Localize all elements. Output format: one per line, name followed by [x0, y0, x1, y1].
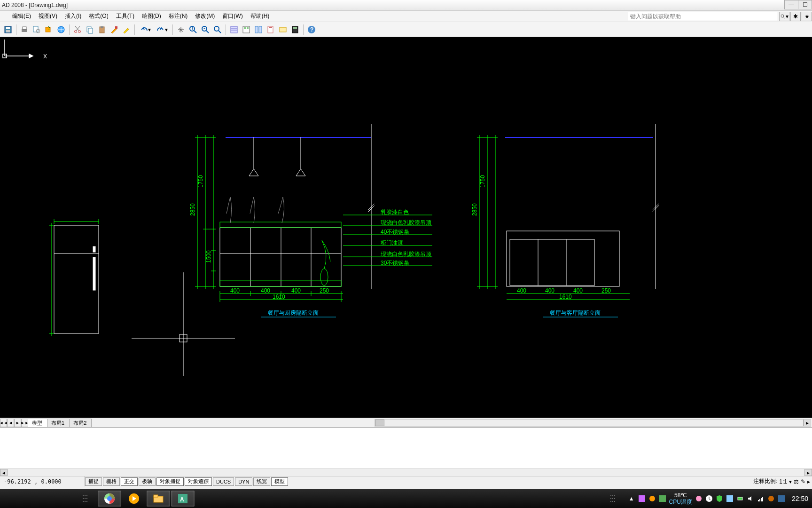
pan-icon[interactable] — [175, 24, 187, 36]
toggle-model[interactable]: 模型 — [271, 477, 288, 486]
tray-notification-icon[interactable] — [705, 495, 713, 502]
svg-rect-145 — [639, 495, 645, 502]
print-preview-icon[interactable] — [31, 24, 43, 36]
taskbar-autocad-icon[interactable]: A — [171, 491, 195, 507]
help-search-input[interactable] — [628, 12, 778, 21]
menu-file[interactable] — [1, 15, 8, 18]
svg-rect-30 — [244, 27, 246, 29]
menu-draw[interactable]: 绘图(D) — [138, 11, 165, 22]
menu-dimension[interactable]: 标注(N) — [165, 11, 192, 22]
command-line-area[interactable] — [0, 427, 812, 468]
toggle-osnap[interactable]: 对象捕捉 — [156, 477, 184, 486]
menu-modify[interactable]: 修改(M) — [191, 11, 219, 22]
search-dropdown-button[interactable]: ▾ — [779, 12, 789, 21]
design-center-icon[interactable] — [240, 24, 252, 36]
copy-icon[interactable] — [84, 24, 96, 36]
tab-nav-first[interactable]: ◄◄ — [0, 419, 7, 427]
annotation-autoscale-icon[interactable]: ✎ — [801, 478, 805, 485]
tab-layout2[interactable]: 布局2 — [69, 419, 92, 427]
tool-palettes-icon[interactable] — [252, 24, 265, 36]
menu-format[interactable]: 格式(O) — [85, 11, 112, 22]
zoom-window-icon[interactable]: - — [199, 24, 211, 36]
zoom-realtime-icon[interactable]: + — [187, 24, 199, 36]
tray-up-icon[interactable]: ▲ — [628, 495, 635, 502]
redo-icon[interactable]: ▾ — [154, 24, 171, 36]
taskbar-explorer-icon[interactable] — [147, 491, 170, 507]
menu-window[interactable]: 窗口(W) — [219, 11, 246, 22]
minimize-button[interactable]: — — [784, 0, 798, 9]
standard-toolbar: ▾ ▾ + - ? — [0, 22, 812, 37]
tray-app2-icon[interactable] — [648, 495, 656, 502]
annotation-visibility-icon[interactable]: ⚖ — [794, 478, 799, 485]
toggle-ducs[interactable]: DUCS — [213, 477, 234, 486]
paste-icon[interactable] — [96, 24, 108, 36]
zoom-previous-icon[interactable] — [211, 24, 224, 36]
calculator-icon[interactable] — [289, 24, 301, 36]
toggle-polar[interactable]: 极轴 — [139, 477, 156, 486]
tab-nav-prev[interactable]: ◄ — [7, 419, 14, 427]
toggle-otrack[interactable]: 对象追踪 — [185, 477, 212, 486]
undo-icon[interactable]: ▾ — [137, 24, 154, 36]
tray-network-icon[interactable] — [757, 495, 765, 502]
cpu-temp-value: 58℃ — [669, 492, 692, 499]
tray-app1-icon[interactable] — [638, 495, 646, 502]
format-painter-icon[interactable] — [120, 24, 133, 36]
svg-point-129 — [107, 496, 112, 501]
taskbar-browser-icon[interactable] — [98, 491, 121, 507]
status-tray-icon[interactable]: ▸ — [807, 478, 810, 485]
svg-line-25 — [219, 31, 221, 33]
tray-flower-icon[interactable] — [695, 495, 703, 502]
annotation-scale-dropdown-icon[interactable]: ▾ — [789, 478, 792, 485]
drawing-title-1: 餐厅与厨房隔断立面 — [268, 310, 319, 316]
horizontal-scrollbar[interactable]: ▸ — [375, 419, 811, 427]
drawing-title-2: 餐厅与客厅隔断立面 — [550, 310, 601, 316]
toggle-ortho[interactable]: 正交 — [121, 477, 138, 486]
svg-rect-154 — [759, 499, 760, 501]
globe-icon[interactable]: ✱ — [790, 12, 801, 21]
start-button[interactable] — [0, 489, 21, 508]
markup-icon[interactable] — [277, 24, 289, 36]
toggle-snap[interactable]: 捕捉 — [85, 477, 102, 486]
cpu-temp-widget[interactable]: 58℃ CPU温度 — [669, 492, 692, 506]
cut-icon[interactable] — [71, 24, 84, 36]
tray-app3-icon[interactable] — [659, 495, 666, 502]
svg-text:400: 400 — [261, 287, 270, 294]
help-icon[interactable]: ? — [305, 24, 318, 36]
tray-app6-icon[interactable] — [778, 495, 785, 502]
menu-help[interactable]: 帮助(H) — [247, 11, 273, 22]
tab-nav-last[interactable]: ►► — [21, 419, 28, 427]
taskbar-clock[interactable]: 22:50 — [792, 495, 808, 502]
properties-icon[interactable] — [228, 24, 240, 36]
menu-edit[interactable]: 编辑(E) — [8, 11, 35, 22]
svg-rect-36 — [280, 27, 286, 32]
toggle-lwt[interactable]: 线宽 — [253, 477, 270, 486]
star-icon[interactable]: ★ — [802, 12, 812, 21]
tray-volume-icon[interactable] — [747, 495, 754, 502]
toggle-grid[interactable]: 栅格 — [103, 477, 120, 486]
menu-tools[interactable]: 工具(T) — [112, 11, 138, 22]
tab-layout1[interactable]: 布局1 — [47, 419, 70, 427]
tray-app4-icon[interactable] — [726, 495, 734, 502]
tray-app5-icon[interactable] — [767, 495, 775, 502]
sheet-set-icon[interactable] — [265, 24, 277, 36]
toggle-dyn[interactable]: DYN — [235, 477, 252, 486]
save-icon[interactable] — [2, 24, 14, 36]
annotation-scale-value[interactable]: 1:1 — [779, 478, 787, 485]
menu-view[interactable]: 视图(V) — [35, 11, 61, 22]
svg-point-157 — [768, 496, 774, 501]
publish-icon[interactable] — [43, 24, 55, 36]
command-scrollbar[interactable]: ◂▸ — [0, 468, 812, 476]
globe-publish-icon[interactable] — [55, 24, 67, 36]
tray-shield-icon[interactable] — [716, 495, 723, 502]
svg-rect-17 — [115, 26, 117, 29]
taskbar-media-icon[interactable] — [122, 491, 146, 507]
tab-model[interactable]: 模型 — [28, 419, 47, 427]
svg-text:+: + — [191, 25, 194, 32]
svg-rect-26 — [231, 26, 237, 33]
match-properties-icon[interactable] — [108, 24, 120, 36]
menu-insert[interactable]: 插入(I) — [61, 11, 85, 22]
maximize-button[interactable]: ☐ — [798, 0, 812, 9]
print-icon[interactable] — [18, 24, 31, 36]
drawing-canvas[interactable]: 2850 1750 1500 — [0, 37, 812, 418]
tray-power-icon[interactable] — [736, 495, 744, 502]
